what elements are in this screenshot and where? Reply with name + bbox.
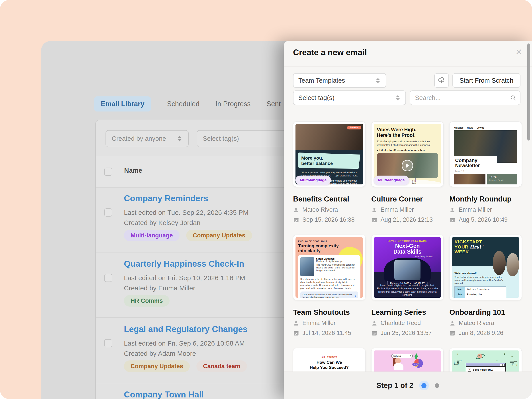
- template-thumbnail[interactable]: LEVEL UP YOUR DATA GAME Next-Gen Data Sk…: [371, 235, 444, 300]
- scrollbar-thumb[interactable]: [527, 44, 530, 140]
- template-card-monthly-roundup[interactable]: Upadtes News Eevnts Company Newsletter I…: [449, 121, 522, 223]
- template-author: Mateo Rivera: [302, 206, 338, 213]
- select-all-checkbox[interactable]: [104, 168, 112, 176]
- template-date: Jun 8, 2026 9:26: [459, 330, 503, 336]
- video-thumbnail[interactable]: [377, 153, 438, 178]
- close-icon[interactable]: ×: [516, 47, 522, 57]
- template-source-select[interactable]: Team Templates: [293, 73, 386, 88]
- tab-email-library[interactable]: Email Library: [94, 96, 151, 112]
- tool-illustration: #software 70%: [387, 353, 427, 371]
- template-name: Benefits Central: [293, 195, 366, 203]
- created-by-text: Created by Kelsey Jordan: [124, 219, 200, 227]
- employee-photo-image: [300, 257, 314, 276]
- template-thumbnail[interactable]: KICKSTART YOUR first´ WEEK Welcome aboar…: [449, 235, 522, 300]
- template-date: Sep 15, 2026 16:38: [302, 216, 355, 223]
- template-thumbnail[interactable]: EMPLOYEE SPOTLIGHT Turning complexity in…: [293, 235, 366, 300]
- search-input[interactable]: [410, 91, 506, 105]
- benefits-badge: Benefits: [347, 126, 361, 129]
- search-icon: [409, 355, 411, 357]
- team-photo-image: Benefits: [296, 124, 363, 150]
- email-title-link[interactable]: Company Town Hall: [124, 390, 204, 399]
- template-card-learning-series[interactable]: LEVEL UP YOUR DATA GAME Next-Gen Data Sk…: [371, 235, 444, 336]
- template-card-culture-corner[interactable]: Vibes Were High. Here's the Proof. 72% o…: [371, 121, 444, 223]
- upload-template-button[interactable]: [434, 73, 449, 88]
- email-body-text: She streamlined the dashboard setup, ali…: [300, 278, 358, 290]
- step-label: Step 1 of 2: [376, 381, 413, 390]
- template-author: Mateo Rivera: [459, 320, 494, 327]
- template-card-team-shoutouts[interactable]: EMPLOYEE SPOTLIGHT Turning complexity in…: [293, 235, 366, 336]
- newhire-photo-image: [493, 251, 506, 275]
- email-headline: Turning complexity into clarity: [298, 243, 361, 253]
- chevron-updown-icon: [376, 77, 381, 84]
- modal-title: Create a new email: [293, 48, 367, 57]
- tab-sent[interactable]: Sent: [266, 100, 281, 108]
- modal-header: Create a new email ×: [284, 41, 532, 67]
- created-by-filter-value: Created by anyone: [112, 135, 177, 142]
- template-thumbnail[interactable]: Upadtes News Eevnts Company Newsletter I…: [449, 121, 522, 187]
- stat-value: 96%: [489, 184, 515, 184]
- template-author: Emma Miller: [459, 206, 492, 213]
- created-by-text: Created by Adam Moore: [124, 350, 196, 357]
- stats-column: +18% Revenue Growth 96% Customer Adoptio…: [487, 174, 517, 184]
- email-headline: More you, better balance: [301, 155, 357, 166]
- step-dot-inactive[interactable]: [435, 383, 439, 388]
- play-icon[interactable]: [402, 160, 413, 171]
- presenter-name: with Toby Adams: [374, 255, 433, 258]
- email-body-text: This month, we're celebrating Sarah for …: [316, 263, 358, 272]
- template-author: Emma Miller: [381, 206, 414, 213]
- modal-tag-select[interactable]: Select tag(s): [293, 90, 406, 105]
- search-icon: [510, 95, 516, 101]
- tag-chip: Multi-language: [124, 230, 180, 241]
- template-name: Culture Corner: [371, 195, 444, 203]
- template-source-value: Team Templates: [298, 77, 376, 84]
- template-date: Aug 5, 2026 10:49: [459, 216, 508, 223]
- stat-value: +18%: [489, 175, 515, 179]
- template-thumbnail[interactable]: Vibes Were High. Here's the Proof. 72% o…: [371, 121, 444, 187]
- email-title-link[interactable]: Company Reminders: [124, 194, 208, 203]
- stat-label: Revenue Growth: [489, 179, 515, 181]
- good-vibes-text: GOOD VIBES ONLY: [473, 369, 494, 371]
- template-name: Monthly Roundup: [449, 195, 522, 203]
- calendar-edit-icon: [449, 217, 456, 223]
- tag-chip: Company Updates: [186, 230, 252, 241]
- chevron-updown-icon: [396, 94, 400, 101]
- tag-chip: Company Updates: [124, 361, 190, 372]
- template-date: Aug 21, 2026 12:13: [381, 216, 433, 223]
- template-card-onboarding-101[interactable]: KICKSTART YOUR first´ WEEK Welcome aboar…: [449, 235, 522, 336]
- email-body-text: Your first week is about settling in, me…: [454, 276, 503, 285]
- employee-role: Customer Insights Manager: [316, 260, 358, 262]
- screen-canvas: Email Library Scheduled In Progress Sent…: [0, 0, 532, 399]
- email-body-text: 72% of employees said a teammate made th…: [377, 140, 435, 147]
- template-name: Onboarding 101: [449, 308, 522, 317]
- tab-in-progress[interactable]: In Progress: [215, 100, 251, 108]
- template-name: Team Shoutouts: [293, 308, 366, 317]
- row-checkbox[interactable]: [104, 208, 112, 216]
- template-card-benefits-central[interactable]: Benefits More you, better balance Work i…: [293, 121, 366, 223]
- template-search[interactable]: [410, 90, 520, 105]
- modal-controls: Team Templates Start From Scratch Select…: [284, 67, 532, 105]
- created-by-filter[interactable]: Created by anyone: [106, 130, 189, 147]
- row-checkbox[interactable]: [104, 274, 112, 282]
- tab-scheduled[interactable]: Scheduled: [167, 100, 200, 108]
- email-title-link[interactable]: Legal and Regulatory Changes: [124, 324, 247, 334]
- play-prompt-text: ► Hit play for 60 seconds of good vibes …: [377, 149, 438, 151]
- chevron-right-icon: ›: [355, 294, 356, 298]
- person-icon: [449, 320, 456, 326]
- email-eyebrow: 1:1 Feedback: [296, 355, 363, 358]
- step-dot-active[interactable]: [419, 381, 429, 390]
- modal-footer: Step 1 of 2: [284, 372, 532, 399]
- calendar-edit-icon: [293, 217, 299, 223]
- chevron-updown-icon: [177, 135, 183, 143]
- calendar-edit-icon: [371, 217, 378, 223]
- name-column-header: Name: [124, 167, 142, 174]
- template-thumbnail[interactable]: Benefits More you, better balance Work i…: [293, 121, 366, 187]
- row-checkbox[interactable]: [104, 339, 112, 347]
- presenter-photo-image: [394, 260, 420, 280]
- search-icon-cell[interactable]: [506, 91, 520, 105]
- last-edited-text: Last edited on Fri. Sep 6, 2026 10:58 AM: [124, 340, 245, 347]
- checkbox-icon: ✓: [468, 368, 471, 372]
- email-title-link[interactable]: Quarterly Happiness Check-In: [124, 259, 244, 269]
- hand-illustration: ☜: [509, 358, 518, 369]
- person-icon: [293, 207, 299, 213]
- start-from-scratch-button[interactable]: Start From Scratch: [452, 73, 520, 88]
